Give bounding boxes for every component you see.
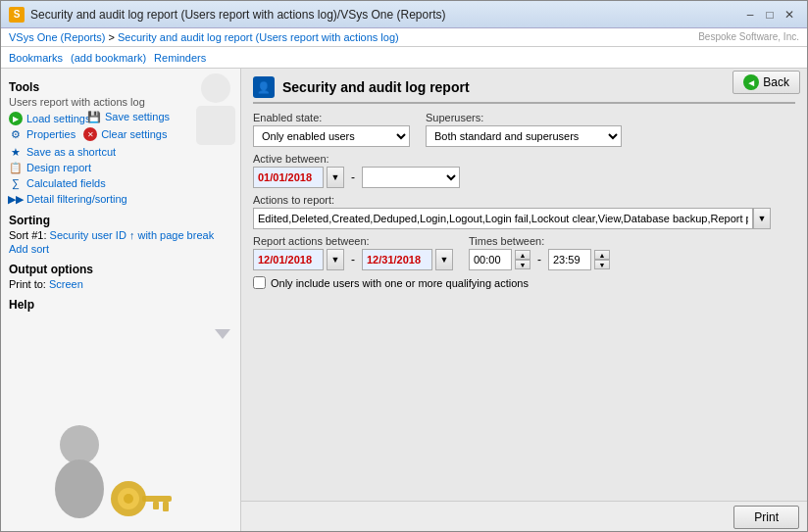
sort1-row: Sort #1: Security user ID ↑ with page br…	[9, 229, 232, 241]
report-icon: 👤	[253, 76, 275, 98]
add-bookmark-link[interactable]: (add bookmark)	[71, 52, 146, 64]
design-report-item[interactable]: 📋 Design report	[9, 161, 232, 174]
report-from-input[interactable]	[253, 249, 324, 270]
svg-marker-10	[215, 329, 230, 339]
properties-item[interactable]: ⚙ Properties	[9, 127, 76, 141]
calculated-fields-link[interactable]: Calculated fields	[26, 177, 106, 189]
back-button[interactable]: ◄ Back	[732, 71, 800, 94]
back-icon: ◄	[743, 74, 759, 90]
time-to-input[interactable]	[548, 249, 591, 270]
bottom-bar: Print	[241, 501, 807, 532]
sidebar-deco-top	[191, 69, 240, 147]
breadcrumb-report-link[interactable]: Security and audit log report (Users rep…	[118, 31, 399, 43]
calculated-fields-icon: ∑	[9, 176, 23, 190]
active-between-row: Active between: ▼ -	[253, 153, 795, 188]
output-section-title: Output options	[9, 263, 232, 276]
properties-link[interactable]: Properties	[26, 128, 76, 140]
report-to-dropdown[interactable]: ▼	[435, 249, 453, 270]
time-to-up[interactable]: ▲	[594, 250, 610, 260]
active-to-select[interactable]	[362, 167, 460, 188]
report-from-dropdown[interactable]: ▼	[327, 249, 344, 270]
times-label: Times between:	[469, 235, 610, 247]
maximize-button[interactable]: □	[760, 6, 780, 24]
detail-filtering-icon: ▶▶	[9, 192, 23, 206]
clear-settings-item[interactable]: ✕ Clear settings	[83, 127, 167, 141]
save-shortcut-item[interactable]: ★ Save as a shortcut	[9, 145, 232, 159]
sorting-section-title: Sorting	[9, 214, 232, 227]
detail-filtering-link[interactable]: Detail filtering/sorting	[26, 193, 127, 205]
sort1-field-link[interactable]: Security user ID	[50, 229, 126, 241]
print-to-row: Print to: Screen	[9, 278, 232, 290]
report-actions-group: Report actions between: ▼ - ▼	[253, 235, 453, 270]
actions-label: Actions to report:	[253, 194, 795, 206]
time-to-down[interactable]: ▼	[594, 260, 610, 269]
actions-input[interactable]	[253, 208, 753, 229]
clear-settings-link[interactable]: Clear settings	[101, 128, 167, 140]
calculated-fields-item[interactable]: ∑ Calculated fields	[9, 176, 232, 190]
svg-point-2	[60, 425, 99, 464]
help-section-title: Help	[9, 298, 232, 312]
save-settings-item[interactable]: 💾 Save settings	[87, 110, 232, 123]
enabled-state-label: Enabled state:	[253, 112, 410, 123]
time-to-spin: ▲ ▼	[594, 250, 610, 269]
report-to-input[interactable]	[362, 249, 432, 270]
report-title: Security and audit log report	[282, 79, 470, 95]
superusers-label: Superusers:	[426, 112, 622, 123]
print-to-label: Print to:	[9, 278, 46, 290]
svg-rect-9	[153, 502, 159, 509]
time-sep: -	[533, 253, 545, 266]
clear-settings-icon: ✕	[83, 127, 97, 141]
actions-group: Actions to report: ▼	[253, 194, 795, 229]
bookmarks-bar: Bookmarks (add bookmark) Reminders ◄ Bac…	[1, 47, 807, 69]
actions-row: ▼	[253, 208, 795, 229]
active-between-group: Active between: ▼ -	[253, 153, 460, 188]
breadcrumb-separator: >	[108, 31, 117, 43]
superusers-select[interactable]: Both standard and superusersSuperusers o…	[426, 125, 622, 147]
active-from-input[interactable]	[253, 167, 324, 188]
bookmarks-link[interactable]: Bookmarks	[9, 52, 63, 64]
svg-point-6	[124, 494, 133, 504]
superusers-group: Superusers: Both standard and superusers…	[426, 112, 622, 147]
time-from-spin: ▲ ▼	[515, 250, 530, 269]
sort1-label: Sort #1:	[9, 229, 47, 241]
qualifying-actions-checkbox[interactable]	[253, 276, 266, 289]
checkbox-label: Only include users with one or more qual…	[271, 277, 529, 289]
enabled-state-select[interactable]: Only enabled usersAll usersOnly disabled…	[253, 125, 410, 147]
print-to-value[interactable]: Screen	[49, 278, 83, 290]
active-between-label: Active between:	[253, 153, 460, 165]
load-settings-link[interactable]: Load settings	[26, 113, 90, 124]
design-report-icon: 📋	[9, 161, 23, 174]
report-actions-label: Report actions between:	[253, 235, 453, 247]
time-from-input[interactable]	[469, 249, 512, 270]
breadcrumb-vsys-link[interactable]: VSys One (Reports)	[9, 31, 105, 43]
times-group: Times between: ▲ ▼ - ▲ ▼	[469, 235, 610, 270]
add-sort-link[interactable]: Add sort	[9, 243, 49, 255]
report-date-sep: -	[347, 253, 359, 266]
close-button[interactable]: ✕	[780, 6, 799, 24]
save-settings-link[interactable]: Save settings	[105, 111, 170, 122]
window-title: Security and audit log report (Users rep…	[30, 8, 740, 22]
svg-point-3	[55, 459, 104, 518]
time-from-down[interactable]: ▼	[515, 260, 530, 269]
print-button[interactable]: Print	[733, 506, 799, 529]
report-area: 👤 Security and audit log report Enabled …	[241, 69, 807, 501]
add-sort-item[interactable]: Add sort	[9, 243, 232, 255]
time-from-up[interactable]: ▲	[515, 250, 530, 260]
content-area: 👤 Security and audit log report Enabled …	[241, 69, 807, 532]
reminders-link[interactable]: Reminders	[154, 52, 206, 64]
deco-arrow	[213, 323, 232, 346]
active-from-dropdown[interactable]: ▼	[327, 167, 344, 188]
actions-dropdown[interactable]: ▼	[753, 208, 771, 229]
svg-rect-8	[163, 502, 169, 511]
sort1-pagebreak-link[interactable]: with page break	[137, 229, 214, 241]
design-report-link[interactable]: Design report	[26, 162, 91, 173]
app-icon: S	[9, 7, 25, 23]
detail-filtering-item[interactable]: ▶▶ Detail filtering/sorting	[9, 192, 232, 206]
date-separator: -	[347, 170, 359, 184]
svg-point-0	[201, 73, 230, 103]
breadcrumb: VSys One (Reports) > Security and audit …	[1, 28, 807, 47]
save-shortcut-link[interactable]: Save as a shortcut	[26, 146, 116, 158]
checkbox-row: Only include users with one or more qual…	[253, 276, 795, 289]
minimize-button[interactable]: –	[740, 6, 760, 24]
save-settings-icon: 💾	[87, 110, 101, 123]
